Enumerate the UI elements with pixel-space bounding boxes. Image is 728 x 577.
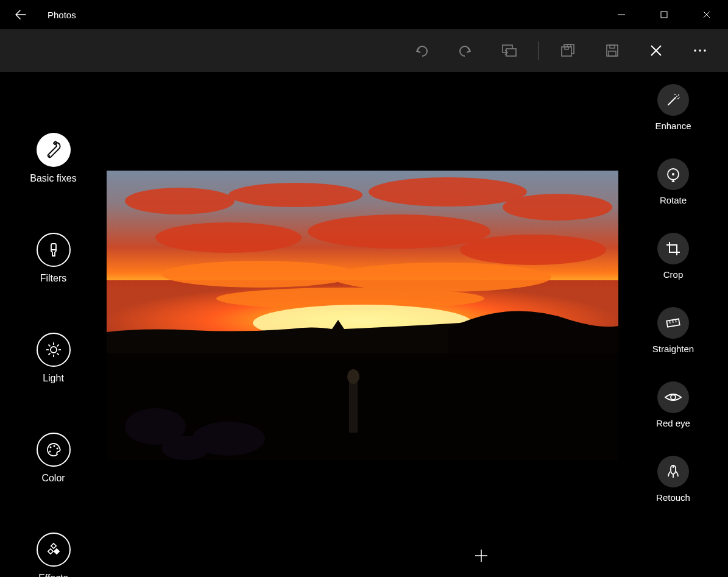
save-copy-button[interactable] xyxy=(550,35,587,66)
photo-canvas[interactable] xyxy=(107,72,618,577)
straighten-icon xyxy=(657,307,689,339)
back-button[interactable] xyxy=(6,0,35,29)
svg-point-27 xyxy=(56,448,58,450)
tool-rotate[interactable]: Rotate xyxy=(618,158,728,205)
svg-point-33 xyxy=(125,188,235,214)
tool-enhance[interactable]: Enhance xyxy=(618,84,728,131)
tool-effects[interactable]: Effects xyxy=(0,533,107,577)
svg-point-26 xyxy=(49,451,51,453)
svg-point-11 xyxy=(699,49,701,52)
tool-label: Crop xyxy=(663,269,684,280)
command-bar xyxy=(0,29,728,72)
svg-point-56 xyxy=(672,173,674,175)
compare-button[interactable] xyxy=(491,35,528,66)
tool-crop[interactable]: Crop xyxy=(618,233,728,280)
svg-point-61 xyxy=(671,395,676,400)
svg-rect-2 xyxy=(506,49,516,56)
svg-rect-28 xyxy=(51,543,55,548)
tool-basic-fixes[interactable]: Basic fixes xyxy=(0,133,107,184)
title-bar: Photos xyxy=(0,0,728,29)
svg-point-12 xyxy=(704,49,706,52)
command-separator xyxy=(539,41,539,60)
window-minimize-button[interactable] xyxy=(600,0,643,29)
save-button[interactable] xyxy=(594,35,631,66)
ellipsis-icon xyxy=(693,49,707,52)
more-button[interactable] xyxy=(682,35,718,66)
rotate-icon xyxy=(657,158,689,190)
svg-line-60 xyxy=(676,319,676,322)
svg-rect-30 xyxy=(54,549,58,554)
app-title: Photos xyxy=(48,10,76,20)
redo-button[interactable] xyxy=(447,35,484,66)
svg-rect-0 xyxy=(661,12,667,18)
svg-rect-48 xyxy=(349,378,358,433)
tool-label: Straighten xyxy=(652,344,694,354)
plus-icon xyxy=(473,548,489,564)
window-close-button[interactable] xyxy=(685,0,728,29)
undo-button[interactable] xyxy=(403,35,440,66)
tool-label: Enhance xyxy=(655,121,691,131)
svg-point-41 xyxy=(332,263,551,292)
svg-point-53 xyxy=(674,94,676,95)
svg-line-21 xyxy=(57,353,58,355)
svg-rect-5 xyxy=(562,47,571,56)
save-copy-icon xyxy=(561,44,576,57)
svg-point-35 xyxy=(369,177,527,207)
undo-icon xyxy=(414,43,429,58)
tool-label: Filters xyxy=(40,273,67,284)
window-maximize-button[interactable] xyxy=(643,0,685,29)
x-icon xyxy=(649,44,663,57)
wrench-icon xyxy=(37,133,71,167)
tool-label: Effects xyxy=(38,573,68,577)
tool-label: Rotate xyxy=(660,195,687,205)
tool-label: Retouch xyxy=(656,492,690,503)
svg-point-49 xyxy=(347,369,359,384)
svg-rect-29 xyxy=(48,549,52,554)
tool-light[interactable]: Light xyxy=(0,333,107,384)
svg-point-36 xyxy=(503,194,612,221)
photo-image xyxy=(107,171,618,460)
effects-icon xyxy=(37,533,71,567)
back-arrow-icon xyxy=(15,9,27,21)
tool-color[interactable]: Color xyxy=(0,433,107,484)
tool-label: Light xyxy=(43,373,64,384)
svg-point-37 xyxy=(155,222,302,253)
tool-red-eye[interactable]: Red eye xyxy=(618,381,728,428)
cancel-button[interactable] xyxy=(638,35,674,66)
tool-retouch[interactable]: Retouch xyxy=(618,456,728,503)
editor-main: Basic fixes Filters xyxy=(0,72,728,577)
compare-icon xyxy=(501,44,517,57)
svg-point-51 xyxy=(678,94,679,96)
tool-label: Color xyxy=(41,473,65,484)
svg-point-52 xyxy=(677,98,679,99)
tool-label: Red eye xyxy=(656,418,690,428)
svg-point-47 xyxy=(161,436,210,460)
wand-icon xyxy=(657,84,689,116)
tool-straighten[interactable]: Straighten xyxy=(618,307,728,354)
tool-filters[interactable]: Filters xyxy=(0,233,107,284)
svg-point-38 xyxy=(308,214,490,249)
svg-line-20 xyxy=(48,345,50,347)
svg-point-50 xyxy=(676,96,677,97)
left-tool-sidebar: Basic fixes Filters xyxy=(0,72,107,577)
eye-icon xyxy=(657,381,689,413)
svg-point-40 xyxy=(161,261,356,288)
minimize-icon xyxy=(618,11,625,18)
zoom-in-button[interactable] xyxy=(466,540,497,571)
palette-icon xyxy=(37,433,71,467)
right-tool-sidebar: Enhance Rotate Crop xyxy=(618,72,728,577)
maximize-icon xyxy=(660,11,668,18)
brush-icon xyxy=(37,233,71,267)
svg-point-15 xyxy=(51,347,57,353)
svg-line-23 xyxy=(48,353,50,355)
tool-label: Basic fixes xyxy=(30,173,76,184)
svg-rect-9 xyxy=(609,51,616,56)
save-icon xyxy=(606,44,619,57)
svg-point-34 xyxy=(228,183,362,207)
close-icon xyxy=(703,11,710,18)
svg-line-22 xyxy=(57,345,58,347)
svg-point-10 xyxy=(694,49,696,52)
svg-point-39 xyxy=(460,235,606,265)
svg-line-58 xyxy=(670,320,670,324)
svg-line-59 xyxy=(673,320,673,323)
